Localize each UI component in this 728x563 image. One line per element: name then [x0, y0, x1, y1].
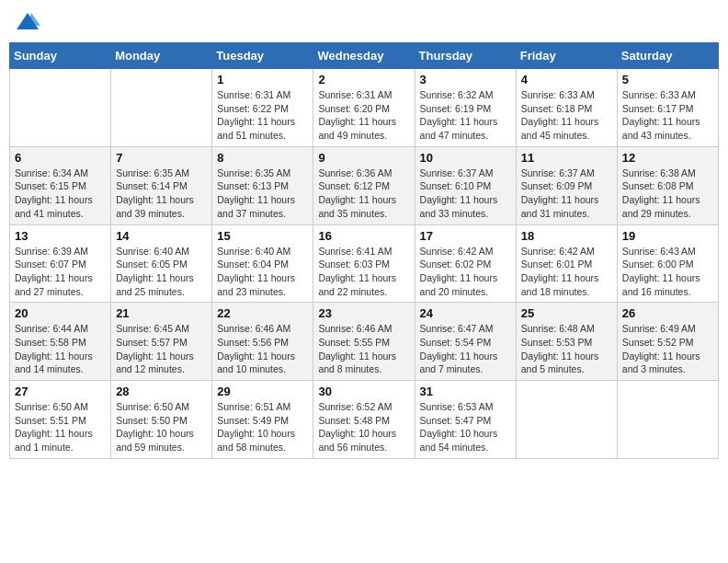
- calendar-day-cell: 5Sunrise: 6:33 AMSunset: 6:17 PMDaylight…: [617, 69, 718, 147]
- day-info: Sunrise: 6:49 AMSunset: 5:52 PMDaylight:…: [622, 322, 713, 376]
- weekday-header-cell: Thursday: [415, 43, 516, 69]
- day-number: 9: [318, 151, 409, 165]
- calendar-day-cell: 13Sunrise: 6:39 AMSunset: 6:07 PMDayligh…: [10, 224, 111, 303]
- calendar-week-row: 6Sunrise: 6:34 AMSunset: 6:15 PMDaylight…: [10, 146, 719, 224]
- day-number: 22: [217, 306, 308, 320]
- day-number: 31: [420, 385, 511, 398]
- day-info: Sunrise: 6:51 AMSunset: 5:49 PMDaylight:…: [217, 400, 308, 454]
- logo-icon: [15, 9, 40, 35]
- weekday-header-cell: Wednesday: [313, 43, 415, 69]
- day-info: Sunrise: 6:48 AMSunset: 5:53 PMDaylight:…: [521, 322, 612, 376]
- calendar-day-cell: 27Sunrise: 6:50 AMSunset: 5:51 PMDayligh…: [10, 381, 111, 459]
- calendar-day-cell: [111, 69, 212, 147]
- day-number: 8: [217, 151, 308, 165]
- calendar-day-cell: 26Sunrise: 6:49 AMSunset: 5:52 PMDayligh…: [617, 303, 718, 381]
- calendar-day-cell: 19Sunrise: 6:43 AMSunset: 6:00 PMDayligh…: [617, 224, 718, 303]
- calendar-day-cell: [516, 381, 617, 459]
- day-number: 11: [521, 151, 612, 165]
- day-info: Sunrise: 6:41 AMSunset: 6:03 PMDaylight:…: [318, 245, 409, 299]
- calendar-day-cell: 7Sunrise: 6:35 AMSunset: 6:14 PMDaylight…: [111, 146, 212, 224]
- calendar-day-cell: 30Sunrise: 6:52 AMSunset: 5:48 PMDayligh…: [313, 381, 415, 459]
- day-number: 23: [318, 306, 409, 320]
- day-number: 21: [116, 306, 207, 320]
- day-number: 10: [420, 151, 511, 165]
- day-number: 3: [420, 73, 511, 86]
- day-number: 6: [15, 151, 106, 165]
- weekday-header-cell: Saturday: [617, 43, 718, 69]
- day-info: Sunrise: 6:40 AMSunset: 6:04 PMDaylight:…: [217, 245, 308, 299]
- day-number: 5: [622, 73, 713, 86]
- calendar-day-cell: 11Sunrise: 6:37 AMSunset: 6:09 PMDayligh…: [516, 146, 617, 224]
- calendar-day-cell: 24Sunrise: 6:47 AMSunset: 5:54 PMDayligh…: [415, 303, 516, 381]
- day-info: Sunrise: 6:35 AMSunset: 6:13 PMDaylight:…: [217, 167, 308, 221]
- calendar-day-cell: 18Sunrise: 6:42 AMSunset: 6:01 PMDayligh…: [516, 224, 617, 303]
- day-info: Sunrise: 6:32 AMSunset: 6:19 PMDaylight:…: [420, 88, 511, 143]
- calendar-day-cell: 16Sunrise: 6:41 AMSunset: 6:03 PMDayligh…: [313, 224, 415, 303]
- day-number: 16: [318, 229, 409, 243]
- day-info: Sunrise: 6:50 AMSunset: 5:51 PMDaylight:…: [15, 400, 106, 454]
- day-info: Sunrise: 6:46 AMSunset: 5:56 PMDaylight:…: [217, 322, 308, 376]
- calendar-day-cell: 29Sunrise: 6:51 AMSunset: 5:49 PMDayligh…: [212, 381, 313, 459]
- day-number: 7: [116, 151, 207, 165]
- day-info: Sunrise: 6:43 AMSunset: 6:00 PMDaylight:…: [622, 245, 713, 299]
- day-info: Sunrise: 6:33 AMSunset: 6:18 PMDaylight:…: [521, 88, 612, 143]
- calendar-day-cell: 8Sunrise: 6:35 AMSunset: 6:13 PMDaylight…: [212, 146, 313, 224]
- day-info: Sunrise: 6:53 AMSunset: 5:47 PMDaylight:…: [420, 400, 511, 454]
- day-info: Sunrise: 6:40 AMSunset: 6:05 PMDaylight:…: [116, 245, 207, 299]
- day-number: 19: [622, 229, 713, 243]
- day-info: Sunrise: 6:42 AMSunset: 6:01 PMDaylight:…: [521, 245, 612, 299]
- calendar-day-cell: 15Sunrise: 6:40 AMSunset: 6:04 PMDayligh…: [212, 224, 313, 303]
- day-number: 1: [217, 73, 308, 86]
- day-number: 20: [15, 306, 106, 320]
- svg-marker-1: [28, 13, 40, 26]
- day-number: 12: [622, 151, 713, 165]
- day-number: 13: [15, 229, 106, 243]
- day-number: 25: [521, 306, 612, 320]
- calendar-day-cell: 22Sunrise: 6:46 AMSunset: 5:56 PMDayligh…: [212, 303, 313, 381]
- day-number: 26: [622, 306, 713, 320]
- calendar-day-cell: 4Sunrise: 6:33 AMSunset: 6:18 PMDaylight…: [516, 69, 617, 147]
- day-number: 15: [217, 229, 308, 243]
- calendar-body: 1Sunrise: 6:31 AMSunset: 6:22 PMDaylight…: [10, 69, 719, 459]
- day-number: 14: [116, 229, 207, 243]
- calendar-day-cell: 21Sunrise: 6:45 AMSunset: 5:57 PMDayligh…: [111, 303, 212, 381]
- day-number: 24: [420, 306, 511, 320]
- day-number: 28: [116, 385, 207, 398]
- calendar-table: SundayMondayTuesdayWednesdayThursdayFrid…: [9, 42, 719, 459]
- day-info: Sunrise: 6:31 AMSunset: 6:20 PMDaylight:…: [318, 88, 409, 143]
- day-info: Sunrise: 6:37 AMSunset: 6:09 PMDaylight:…: [521, 167, 612, 221]
- day-info: Sunrise: 6:45 AMSunset: 5:57 PMDaylight:…: [116, 322, 207, 376]
- day-info: Sunrise: 6:44 AMSunset: 5:58 PMDaylight:…: [15, 322, 106, 376]
- calendar-day-cell: 17Sunrise: 6:42 AMSunset: 6:02 PMDayligh…: [415, 224, 516, 303]
- calendar-day-cell: [10, 69, 111, 147]
- calendar-day-cell: 1Sunrise: 6:31 AMSunset: 6:22 PMDaylight…: [212, 69, 313, 147]
- calendar-day-cell: 14Sunrise: 6:40 AMSunset: 6:05 PMDayligh…: [111, 224, 212, 303]
- day-info: Sunrise: 6:37 AMSunset: 6:10 PMDaylight:…: [420, 167, 511, 221]
- weekday-header-cell: Friday: [516, 43, 617, 69]
- day-info: Sunrise: 6:50 AMSunset: 5:50 PMDaylight:…: [116, 400, 207, 454]
- calendar-day-cell: [617, 381, 718, 459]
- calendar-day-cell: 2Sunrise: 6:31 AMSunset: 6:20 PMDaylight…: [313, 69, 415, 147]
- day-number: 30: [318, 385, 409, 398]
- calendar-week-row: 27Sunrise: 6:50 AMSunset: 5:51 PMDayligh…: [10, 381, 719, 459]
- day-info: Sunrise: 6:33 AMSunset: 6:17 PMDaylight:…: [622, 88, 713, 143]
- day-info: Sunrise: 6:35 AMSunset: 6:14 PMDaylight:…: [116, 167, 207, 221]
- day-info: Sunrise: 6:46 AMSunset: 5:55 PMDaylight:…: [318, 322, 409, 376]
- calendar-day-cell: 20Sunrise: 6:44 AMSunset: 5:58 PMDayligh…: [10, 303, 111, 381]
- logo: [13, 9, 40, 35]
- day-info: Sunrise: 6:39 AMSunset: 6:07 PMDaylight:…: [15, 245, 106, 299]
- day-info: Sunrise: 6:42 AMSunset: 6:02 PMDaylight:…: [420, 245, 511, 299]
- page-header: [9, 9, 719, 35]
- calendar-day-cell: 23Sunrise: 6:46 AMSunset: 5:55 PMDayligh…: [313, 303, 415, 381]
- day-info: Sunrise: 6:38 AMSunset: 6:08 PMDaylight:…: [622, 167, 713, 221]
- calendar-week-row: 13Sunrise: 6:39 AMSunset: 6:07 PMDayligh…: [10, 224, 719, 303]
- weekday-header-cell: Tuesday: [212, 43, 313, 69]
- calendar-day-cell: 31Sunrise: 6:53 AMSunset: 5:47 PMDayligh…: [415, 381, 516, 459]
- weekday-header-cell: Sunday: [10, 43, 111, 69]
- calendar-day-cell: 12Sunrise: 6:38 AMSunset: 6:08 PMDayligh…: [617, 146, 718, 224]
- day-number: 29: [217, 385, 308, 398]
- day-number: 27: [15, 385, 106, 398]
- day-info: Sunrise: 6:47 AMSunset: 5:54 PMDaylight:…: [420, 322, 511, 376]
- calendar-week-row: 1Sunrise: 6:31 AMSunset: 6:22 PMDaylight…: [10, 69, 719, 147]
- weekday-header-row: SundayMondayTuesdayWednesdayThursdayFrid…: [10, 43, 719, 69]
